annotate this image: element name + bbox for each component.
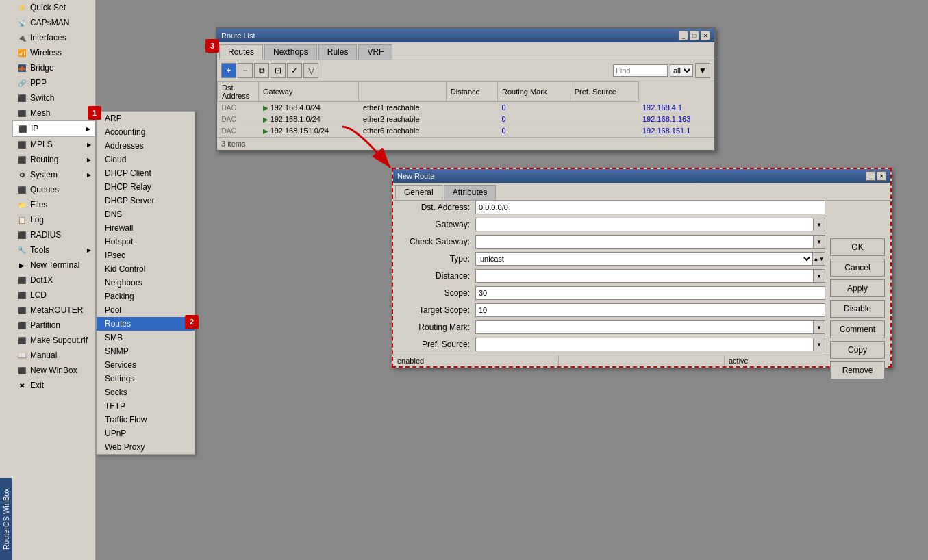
dropdown-item-upnp[interactable]: UPnP bbox=[97, 427, 195, 440]
dst-address-input[interactable] bbox=[475, 201, 825, 214]
btn-ok[interactable]: OK bbox=[830, 238, 885, 256]
sidebar-item-queues[interactable]: ⬛ Queues bbox=[12, 182, 95, 197]
minimize-button[interactable]: _ bbox=[679, 31, 688, 40]
dropdown-item-dhcp-relay[interactable]: DHCP Relay bbox=[97, 180, 195, 194]
dropdown-item-addresses[interactable]: Addresses bbox=[97, 139, 195, 153]
dropdown-item-routes[interactable]: Routes bbox=[97, 317, 195, 331]
dropdown-item-socks[interactable]: Socks bbox=[97, 385, 195, 399]
sidebar-item-make-supout[interactable]: ⬛ Make Supout.rif bbox=[12, 333, 95, 348]
dropdown-item-packing[interactable]: Packing bbox=[97, 290, 195, 303]
distance-input[interactable] bbox=[475, 269, 813, 283]
sidebar-item-system[interactable]: ⚙ System ▶ bbox=[12, 167, 95, 182]
sidebar-item-new-terminal[interactable]: ▶ New Terminal bbox=[12, 257, 95, 272]
sidebar-item-switch[interactable]: ⬛ Switch bbox=[12, 90, 95, 105]
dropdown-item-tftp[interactable]: TFTP bbox=[97, 399, 195, 413]
distance-dropdown-btn[interactable]: ▼ bbox=[813, 269, 825, 283]
sidebar-item-metarouter[interactable]: ⬛ MetaROUTER bbox=[12, 303, 95, 318]
sidebar-item-ip[interactable]: ⬛ IP ▶ bbox=[12, 120, 95, 137]
sidebar-item-exit[interactable]: ✖ Exit bbox=[12, 378, 95, 393]
sidebar-item-partition[interactable]: ⬛ Partition bbox=[12, 318, 95, 333]
new-route-close-button[interactable]: ✕ bbox=[877, 171, 886, 181]
btn-disable[interactable]: Disable bbox=[830, 300, 885, 318]
col-header-2[interactable] bbox=[359, 82, 446, 102]
table-row[interactable]: DAC▶ 192.168.4.0/24ether1 reachable0192.… bbox=[218, 102, 715, 114]
dropdown-item-dhcp-client[interactable]: DHCP Client bbox=[97, 166, 195, 180]
dropdown-item-neighbors[interactable]: Neighbors bbox=[97, 276, 195, 290]
add-button[interactable]: + bbox=[221, 63, 236, 78]
sidebar-item-mesh[interactable]: ⬛ Mesh bbox=[12, 105, 95, 120]
check-gateway-input[interactable] bbox=[475, 235, 813, 249]
col-header-4[interactable]: Routing Mark bbox=[497, 82, 570, 102]
type-select[interactable]: unicast blackhole prohibit bbox=[475, 252, 813, 266]
sidebar-item-new-winbox[interactable]: ⬛ New WinBox bbox=[12, 363, 95, 378]
col-header-3[interactable]: Distance bbox=[446, 82, 497, 102]
btn-cancel[interactable]: Cancel bbox=[830, 259, 885, 277]
sidebar-item-log[interactable]: 📋 Log bbox=[12, 212, 95, 227]
sidebar-item-dot1x[interactable]: ⬛ Dot1X bbox=[12, 272, 95, 288]
dropdown-item-traffic-flow[interactable]: Traffic Flow bbox=[97, 413, 195, 427]
scope-input[interactable] bbox=[475, 286, 825, 300]
dropdown-item-web-proxy[interactable]: Web Proxy bbox=[97, 440, 195, 454]
enable-button[interactable]: ✓ bbox=[287, 63, 302, 78]
col-header-1[interactable]: Gateway bbox=[259, 82, 359, 102]
sidebar-item-interfaces[interactable]: 🔌 Interfaces bbox=[12, 30, 95, 45]
btn-comment[interactable]: Comment bbox=[830, 320, 885, 338]
sidebar-item-manual[interactable]: 📖 Manual bbox=[12, 348, 95, 363]
sidebar-item-radius[interactable]: ⬛ RADIUS bbox=[12, 227, 95, 242]
sidebar-item-quick-set[interactable]: ⚡ Quick Set bbox=[12, 0, 95, 15]
dropdown-item-snmp[interactable]: SNMP bbox=[97, 344, 195, 358]
gateway-input[interactable] bbox=[475, 218, 813, 231]
col-header-5[interactable]: Pref. Source bbox=[570, 82, 638, 102]
sidebar-item-routing[interactable]: ⬛ Routing ▶ bbox=[12, 152, 95, 167]
sidebar-item-tools[interactable]: 🔧 Tools ▶ bbox=[12, 242, 95, 257]
search-dropdown-btn[interactable]: ▼ bbox=[695, 63, 710, 78]
sidebar-item-wireless[interactable]: 📶 Wireless bbox=[12, 45, 95, 60]
routing-mark-input[interactable] bbox=[475, 320, 813, 334]
pref-source-dropdown-btn[interactable]: ▼ bbox=[813, 338, 825, 351]
paste-button[interactable]: ⊡ bbox=[271, 63, 286, 78]
dropdown-item-accounting[interactable]: Accounting bbox=[97, 125, 195, 139]
dropdown-item-dhcp-server[interactable]: DHCP Server bbox=[97, 194, 195, 207]
dropdown-item-smb[interactable]: SMB bbox=[97, 331, 195, 344]
sidebar-item-files[interactable]: 📁 Files bbox=[12, 197, 95, 212]
sidebar-item-capsman[interactable]: 📡 CAPsMAN bbox=[12, 15, 95, 30]
dropdown-item-ipsec[interactable]: IPsec bbox=[97, 249, 195, 262]
tab-routes[interactable]: Routes bbox=[219, 44, 263, 60]
sidebar-item-mpls[interactable]: ⬛ MPLS ▶ bbox=[12, 137, 95, 152]
btn-remove[interactable]: Remove bbox=[830, 361, 885, 379]
new-route-minimize-button[interactable]: _ bbox=[866, 171, 875, 181]
dropdown-item-firewall[interactable]: Firewall bbox=[97, 221, 195, 235]
table-row[interactable]: DAC▶ 192.168.151.0/24ether6 reachable019… bbox=[218, 125, 715, 137]
maximize-button[interactable]: □ bbox=[690, 31, 699, 40]
gateway-dropdown-btn[interactable]: ▼ bbox=[813, 218, 825, 231]
filter-button[interactable]: ▽ bbox=[303, 63, 318, 78]
tab-attributes[interactable]: Attributes bbox=[444, 185, 497, 200]
search-filter-select[interactable]: all bbox=[670, 64, 693, 77]
pref-source-input[interactable] bbox=[475, 338, 813, 351]
tab-general[interactable]: General bbox=[395, 185, 442, 200]
tab-rules[interactable]: Rules bbox=[318, 44, 358, 60]
remove-button[interactable]: − bbox=[238, 63, 253, 78]
dropdown-item-kid-control[interactable]: Kid Control bbox=[97, 262, 195, 276]
dropdown-item-pool[interactable]: Pool bbox=[97, 303, 195, 317]
dropdown-item-dns[interactable]: DNS bbox=[97, 207, 195, 221]
sidebar-item-ppp[interactable]: 🔗 PPP bbox=[12, 75, 95, 90]
routing-mark-dropdown-btn[interactable]: ▼ bbox=[813, 320, 825, 334]
sidebar-item-bridge[interactable]: 🌉 Bridge bbox=[12, 60, 95, 75]
table-row[interactable]: DAC▶ 192.168.1.0/24ether2 reachable0192.… bbox=[218, 114, 715, 125]
search-input[interactable] bbox=[613, 64, 668, 77]
copy-button[interactable]: ⧉ bbox=[254, 63, 269, 78]
btn-copy[interactable]: Copy bbox=[830, 341, 885, 359]
tab-vrf[interactable]: VRF bbox=[358, 44, 392, 60]
dropdown-item-settings[interactable]: Settings bbox=[97, 372, 195, 385]
dropdown-item-services[interactable]: Services bbox=[97, 358, 195, 372]
dropdown-item-hotspot[interactable]: Hotspot bbox=[97, 235, 195, 249]
check-gateway-dropdown-btn[interactable]: ▼ bbox=[813, 235, 825, 249]
sidebar-item-lcd[interactable]: ⬛ LCD bbox=[12, 288, 95, 303]
close-button[interactable]: ✕ bbox=[701, 31, 710, 40]
dropdown-item-arp[interactable]: ARP bbox=[97, 112, 195, 125]
type-expand-btn[interactable]: ▲▼ bbox=[813, 252, 825, 266]
btn-apply[interactable]: Apply bbox=[830, 279, 885, 297]
dropdown-item-cloud[interactable]: Cloud bbox=[97, 153, 195, 166]
col-header-0[interactable]: Dst. Address bbox=[218, 82, 259, 102]
